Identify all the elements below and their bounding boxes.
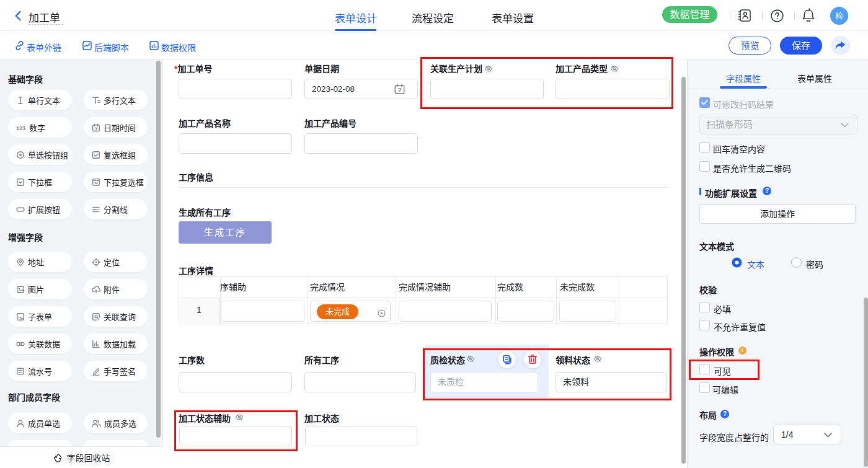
- svg-text:123: 123: [16, 125, 25, 131]
